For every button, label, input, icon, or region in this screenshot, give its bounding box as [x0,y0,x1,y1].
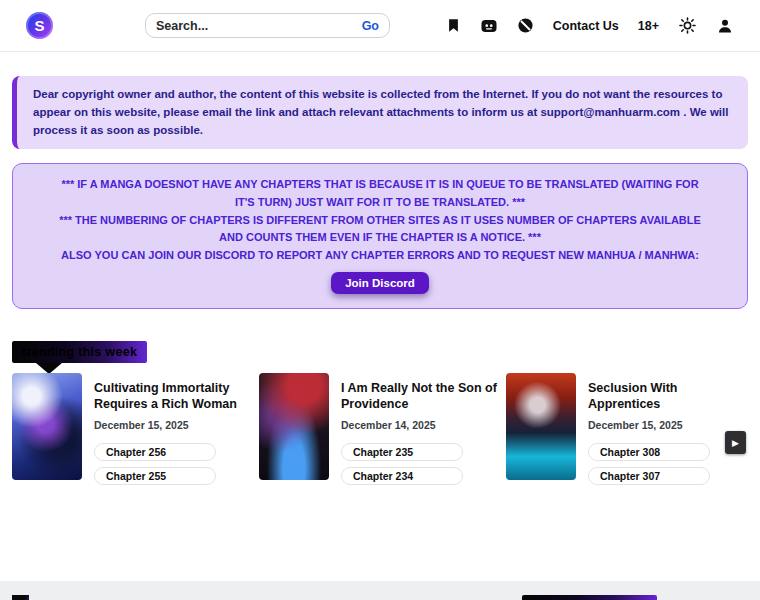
manga-title[interactable]: Seclusion With Apprentices [588,381,748,412]
chapter-button[interactable]: Chapter 255 [94,467,216,485]
join-discord-button[interactable]: Join Discord [331,272,429,294]
trending-week-carousel: Cultivating Immortality Requires a Rich … [12,373,748,490]
latest-updates-section: LATEST MANGA UPDATES [12,595,506,600]
search-input[interactable] [156,19,362,33]
manga-card: I Am Really Not the Son of Providence De… [259,373,501,490]
trending-today-ribbon: TRENDING TODAY [522,595,657,600]
chapter-button[interactable]: Chapter 235 [341,443,463,461]
section-badge-icon [12,595,29,600]
manga-date: December 15, 2025 [94,419,254,431]
ban-icon[interactable] [517,17,534,34]
search-go-button[interactable]: Go [362,19,379,33]
carousel-next-button[interactable]: ▶ [725,431,746,454]
trending-today-sidebar: TRENDING TODAY Cultivating Immortality R… [522,595,748,600]
chevron-right-icon: ▶ [732,438,739,448]
translation-notice-line2: *** THE NUMBERING OF CHAPTERS IS DIFFERE… [53,212,707,247]
user-icon[interactable] [716,17,734,35]
translation-notice-line3: ALSO YOU CAN JOIN OUR DISCORD TO REPORT … [53,247,707,265]
header-nav: Contact Us 18+ [446,16,734,35]
search-bar: Go [145,13,390,38]
contact-us-link[interactable]: Contact Us [553,19,619,33]
trending-week-ribbon: trending this week [12,341,147,363]
site-logo-icon[interactable]: S [26,12,53,39]
bookmark-icon[interactable] [446,17,461,34]
chapter-button[interactable]: Chapter 256 [94,443,216,461]
manga-date: December 15, 2025 [588,419,748,431]
chapter-button[interactable]: Chapter 307 [588,467,710,485]
bottom-section: LATEST MANGA UPDATES TRENDING TODAY Cult… [0,581,760,600]
copyright-notice: Dear copyright owner and author, the con… [12,76,748,149]
main-content: Dear copyright owner and author, the con… [0,52,760,581]
manga-date: December 14, 2025 [341,419,501,431]
manga-title[interactable]: Cultivating Immortality Requires a Rich … [94,381,254,412]
chapter-button[interactable]: Chapter 308 [588,443,710,461]
header: S Go Contact Us 18+ [0,0,760,52]
translation-notice: *** IF A MANGA DOESNOT HAVE ANY CHAPTERS… [12,163,748,309]
manga-title[interactable]: I Am Really Not the Son of Providence [341,381,501,412]
adult-content-link[interactable]: 18+ [638,19,659,33]
translation-notice-line1: *** IF A MANGA DOESNOT HAVE ANY CHAPTERS… [53,176,707,211]
chapter-button[interactable]: Chapter 234 [341,467,463,485]
support-email: support@manhuarm.com [540,106,680,118]
manga-cover[interactable] [506,373,576,480]
manga-cover[interactable] [12,373,82,480]
manga-cover[interactable] [259,373,329,480]
manga-card: Seclusion With Apprentices December 15, … [506,373,748,490]
manga-card: Cultivating Immortality Requires a Rich … [12,373,254,490]
discord-icon[interactable] [480,17,498,35]
sun-icon[interactable] [678,16,697,35]
